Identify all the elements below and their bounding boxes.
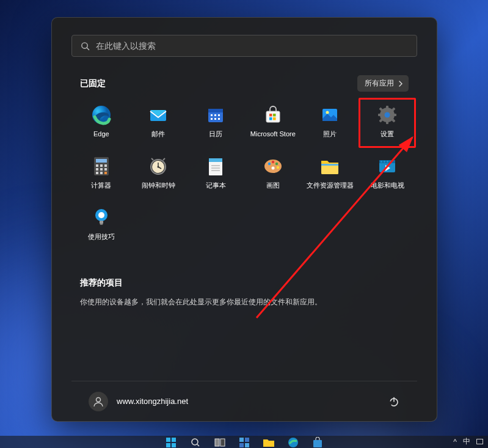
app-notepad[interactable]: 记事本: [187, 149, 244, 199]
app-label: Microsoft Store: [250, 130, 296, 138]
app-mail[interactable]: 邮件: [130, 98, 188, 148]
svg-rect-36: [104, 168, 107, 171]
svg-rect-21: [386, 106, 388, 109]
tb-widgets[interactable]: [236, 437, 252, 448]
app-store[interactable]: Microsoft Store: [244, 98, 302, 148]
store-icon: [312, 437, 323, 448]
all-apps-label: 所有应用: [365, 78, 394, 89]
app-paint[interactable]: 画图: [244, 149, 302, 199]
svg-rect-66: [100, 221, 103, 224]
recommended-title: 推荐的项目: [80, 277, 409, 288]
system-tray: ^ 中: [453, 436, 483, 447]
power-button[interactable]: [383, 391, 405, 413]
app-settings[interactable]: 设置: [359, 98, 416, 148]
app-label: 画图: [266, 182, 280, 189]
tray-network-icon[interactable]: [476, 439, 483, 444]
username: www.xitongzhijia.net: [117, 397, 188, 406]
edge-icon: [91, 105, 112, 125]
svg-rect-14: [273, 114, 276, 117]
svg-rect-10: [214, 118, 216, 120]
svg-point-55: [271, 167, 274, 170]
app-calendar[interactable]: 日历: [187, 98, 244, 148]
tb-taskview[interactable]: [212, 437, 228, 448]
app-explorer[interactable]: 文件资源管理器: [302, 149, 359, 199]
search-icon: [191, 438, 200, 447]
search-box[interactable]: [71, 35, 417, 57]
recommended-section: 推荐的项目 你使用的设备越多，我们就会在此处显示更多你最近使用的文件和新应用。: [71, 277, 417, 307]
taskbar: [0, 436, 488, 448]
paint-icon: [263, 156, 283, 177]
svg-rect-82: [239, 443, 244, 447]
app-label: 日历: [209, 130, 222, 138]
svg-rect-30: [96, 159, 107, 163]
power-icon: [388, 396, 399, 407]
svg-rect-16: [273, 117, 276, 120]
svg-point-18: [326, 111, 329, 114]
svg-rect-7: [214, 114, 216, 116]
svg-rect-74: [166, 443, 170, 447]
search-input[interactable]: [96, 41, 408, 51]
edge-icon: [288, 437, 299, 448]
svg-rect-34: [96, 168, 98, 171]
svg-point-54: [277, 166, 279, 169]
tb-search[interactable]: [188, 437, 203, 448]
app-label: 计算器: [91, 182, 111, 189]
svg-rect-75: [172, 443, 176, 447]
app-label: Edge: [93, 130, 109, 138]
tray-ime-icon[interactable]: 中: [463, 436, 470, 447]
pinned-title: 已固定: [80, 78, 106, 89]
recommended-text: 你使用的设备越多，我们就会在此处显示更多你最近使用的文件和新应用。: [80, 297, 409, 307]
svg-rect-60: [381, 161, 382, 163]
svg-rect-9: [211, 118, 213, 120]
svg-rect-85: [313, 440, 322, 447]
svg-rect-46: [209, 158, 222, 162]
calculator-icon: [92, 156, 111, 177]
app-photos[interactable]: 照片: [302, 98, 359, 148]
app-edge[interactable]: Edge: [73, 98, 130, 148]
tb-edge[interactable]: [285, 437, 301, 448]
user-button[interactable]: www.xitongzhijia.net: [84, 388, 193, 415]
tb-store[interactable]: [310, 437, 326, 448]
svg-rect-39: [104, 172, 107, 174]
svg-rect-83: [245, 443, 249, 447]
svg-rect-80: [239, 438, 244, 442]
svg-rect-23: [378, 114, 382, 116]
app-label: 使用技巧: [88, 233, 115, 241]
app-movies[interactable]: 电影和电视: [359, 149, 416, 199]
app-label: 闹钟和时钟: [142, 182, 175, 189]
svg-rect-13: [269, 114, 272, 117]
app-label: 照片: [323, 130, 337, 138]
tray-chevron-icon[interactable]: ^: [453, 438, 457, 446]
chevron-right-icon: [398, 81, 404, 87]
svg-point-68: [97, 397, 101, 402]
svg-rect-22: [386, 120, 388, 124]
app-tips[interactable]: 使用技巧: [73, 200, 130, 251]
svg-rect-67: [100, 224, 103, 225]
svg-rect-61: [384, 161, 385, 163]
pinned-grid: Edge 邮件 日历 Microsoft Store 照片 设置 计算器: [71, 98, 417, 251]
svg-rect-62: [387, 161, 388, 163]
svg-rect-8: [218, 114, 220, 116]
app-label: 记事本: [206, 182, 226, 189]
tb-start[interactable]: [163, 437, 179, 448]
avatar: [89, 392, 108, 411]
svg-line-77: [197, 444, 199, 446]
tb-explorer[interactable]: [261, 437, 277, 448]
app-clock[interactable]: 闹钟和时钟: [130, 149, 188, 199]
folder-icon: [263, 438, 275, 447]
all-apps-button[interactable]: 所有应用: [357, 75, 409, 92]
app-label: 设置: [381, 130, 394, 138]
app-label: 文件资源管理器: [307, 182, 354, 189]
svg-rect-72: [166, 438, 170, 442]
widgets-icon: [239, 437, 250, 448]
svg-point-52: [272, 161, 274, 163]
movies-icon: [377, 156, 397, 176]
svg-rect-81: [245, 438, 249, 442]
svg-rect-63: [390, 161, 391, 163]
svg-rect-35: [100, 168, 103, 171]
app-calculator[interactable]: 计算器: [73, 149, 130, 199]
svg-rect-11: [218, 118, 220, 120]
taskview-icon: [214, 438, 225, 447]
svg-rect-12: [266, 111, 280, 122]
svg-rect-38: [100, 172, 103, 174]
